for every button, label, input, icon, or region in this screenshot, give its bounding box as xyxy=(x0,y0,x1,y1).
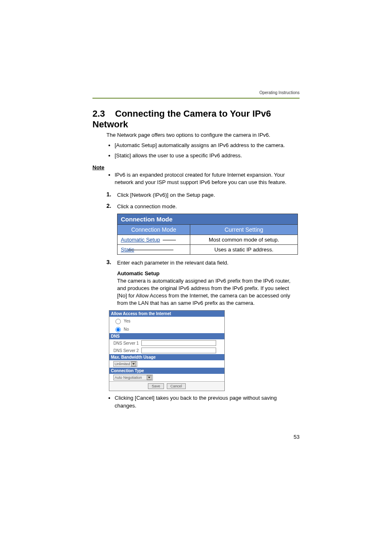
form-hdr-access: Allow Access from the Internet xyxy=(109,311,224,317)
step-text: Enter each parameter in the relevant dat… xyxy=(117,259,228,267)
step-number: 3. xyxy=(106,259,117,265)
dns2-input[interactable] xyxy=(141,348,216,353)
bw-select[interactable]: Unlimited xyxy=(113,361,137,367)
bullet-item: [Static] allows the user to use a specif… xyxy=(115,152,300,160)
steps-list-cont: 3. Enter each parameter in the relevant … xyxy=(106,259,300,267)
closing-bullets: Clicking [Cancel] takes you back to the … xyxy=(115,394,300,409)
form-hdr-bw: Max. Bandwidth Usage xyxy=(109,354,224,360)
conn-link-static[interactable]: Static xyxy=(118,245,190,255)
step-number: 1. xyxy=(106,191,117,198)
conn-link-label: Automatic Setup xyxy=(121,237,160,243)
radio-no[interactable] xyxy=(115,327,121,332)
section-number: 2.3 xyxy=(92,108,105,119)
callout-line xyxy=(128,250,173,250)
page-number: 53 xyxy=(294,434,300,440)
radio-no-label: No xyxy=(124,327,129,332)
save-button[interactable]: Save xyxy=(148,383,164,389)
step-text: Click a connection mode. xyxy=(117,203,177,211)
step-number: 2. xyxy=(106,203,117,209)
step-2: 2. Click a connection mode. xyxy=(106,203,300,211)
radio-yes[interactable] xyxy=(115,319,121,324)
cancel-button[interactable]: Cancel xyxy=(167,383,186,389)
section-title: Connecting the Camera to Your IPv6 Netwo… xyxy=(92,108,271,129)
radio-no-row[interactable]: No xyxy=(109,325,224,333)
dns1-row: DNS Server 1 xyxy=(109,339,224,347)
callout-line xyxy=(163,240,176,240)
conn-link-automatic[interactable]: Automatic Setup xyxy=(118,235,190,245)
step-1: 1. Click [Network (IPv6)] on the Setup p… xyxy=(106,191,300,199)
note-label: Note xyxy=(92,164,300,170)
radio-yes-row[interactable]: Yes xyxy=(109,317,224,325)
step-3: 3. Enter each parameter in the relevant … xyxy=(106,259,300,267)
chevron-down-icon xyxy=(131,362,136,366)
dns1-label: DNS Server 1 xyxy=(113,341,141,345)
dns1-input[interactable] xyxy=(141,340,216,346)
form-hdr-ct: Connection Type xyxy=(109,368,224,374)
dns2-label: DNS Server 2 xyxy=(113,348,141,353)
radio-yes-label: Yes xyxy=(124,319,130,323)
conn-desc: Most common mode of setup. xyxy=(190,235,298,245)
chevron-down-icon xyxy=(147,375,152,380)
bw-row: Unlimited xyxy=(109,360,224,368)
form-hdr-dns: DNS xyxy=(109,333,224,339)
form-button-row: Save Cancel xyxy=(109,381,224,391)
ct-select[interactable]: Auto Negotiation xyxy=(113,375,153,380)
steps-list: 1. Click [Network (IPv6)] on the Setup p… xyxy=(106,191,300,210)
step-text: Click [Network (IPv6)] on the Setup page… xyxy=(117,191,215,199)
automatic-setup-body: The camera is automatically assigned an … xyxy=(117,277,300,307)
connection-mode-table: Connection Mode Connection Mode Current … xyxy=(117,214,298,255)
closing-item: Clicking [Cancel] takes you back to the … xyxy=(115,394,300,409)
section-heading: 2.3 Connecting the Camera to Your IPv6 N… xyxy=(92,108,300,130)
section-intro: The Network page offers two options to c… xyxy=(106,131,300,139)
conn-desc: Uses a static IP address. xyxy=(190,245,298,255)
section-bullets: [Automatic Setup] automatically assigns … xyxy=(115,141,300,160)
conn-head-current: Current Setting xyxy=(190,225,298,235)
ct-select-value: Auto Negotiation xyxy=(115,375,142,380)
automatic-setup-heading: Automatic Setup xyxy=(117,270,300,276)
header-doc-title: Operating Instructions xyxy=(259,90,300,95)
note-item: IPv6 is an expanded protocol created for… xyxy=(115,171,300,186)
bw-select-value: Unlimited xyxy=(115,362,130,366)
conn-head-mode: Connection Mode xyxy=(118,225,190,235)
header-divider xyxy=(92,98,300,99)
note-list: IPv6 is an expanded protocol created for… xyxy=(115,171,300,186)
ct-row: Auto Negotiation xyxy=(109,374,224,381)
settings-form: Allow Access from the Internet Yes No DN… xyxy=(109,310,225,391)
bullet-item: [Automatic Setup] automatically assigns … xyxy=(115,141,300,150)
dns2-row: DNS Server 2 xyxy=(109,347,224,354)
conn-table-title: Connection Mode xyxy=(118,214,298,225)
